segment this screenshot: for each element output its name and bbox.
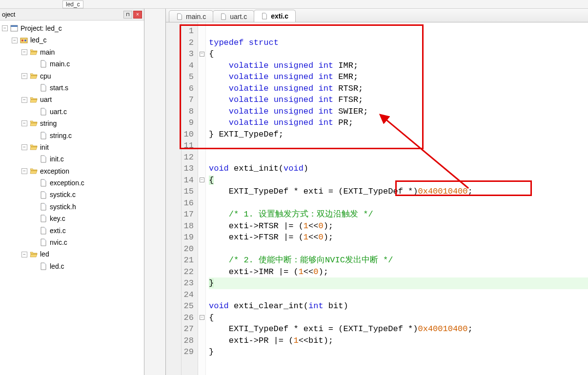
expand-icon[interactable]: −: [21, 49, 27, 55]
code-text[interactable]: typedef struct{ volatile unsigned int IM…: [206, 22, 588, 375]
expand-icon[interactable]: [31, 85, 37, 91]
code-line-28[interactable]: exti->PR |= (1<<bit);: [209, 335, 588, 347]
tab-main-c[interactable]: main.c: [169, 10, 213, 22]
project-root[interactable]: −Project: led_c: [1, 22, 143, 34]
code-line-18[interactable]: exti->RTSR |= (1<<0);: [209, 220, 588, 232]
code-line-15[interactable]: EXTI_TypeDef * exti = (EXTI_TypeDef *)0x…: [209, 186, 588, 197]
expand-icon[interactable]: [31, 204, 37, 210]
file-exti-c[interactable]: exti.c: [1, 225, 143, 237]
expand-icon[interactable]: −: [2, 25, 8, 31]
code-line-26[interactable]: {: [209, 312, 588, 324]
code-line-29[interactable]: }: [209, 346, 588, 358]
expand-icon[interactable]: [31, 192, 37, 198]
tree-label: main.c: [50, 59, 70, 69]
code-editor[interactable]: 1234567891011121314151617181920212223242…: [166, 22, 588, 375]
tree-icon: [39, 155, 48, 163]
project-panel: oject ⊓ × −Project: led_c−led_c−mainmain…: [0, 9, 144, 375]
expand-icon[interactable]: −: [12, 38, 18, 43]
folder-main[interactable]: −main: [1, 46, 143, 58]
close-button[interactable]: ×: [133, 11, 142, 19]
code-line-9[interactable]: volatile unsigned int PR;: [209, 117, 588, 129]
file-systick-c[interactable]: systick.c: [1, 189, 143, 200]
code-line-27[interactable]: EXTI_TypeDef * exti = (EXTI_TypeDef *)0x…: [209, 323, 588, 335]
code-line-25[interactable]: void exti_clear_int(int bit): [209, 300, 588, 312]
code-line-16[interactable]: [209, 197, 588, 209]
code-line-2[interactable]: typedef struct: [209, 37, 588, 49]
fold-toggle[interactable]: −: [200, 315, 204, 320]
code-line-20[interactable]: [209, 243, 588, 255]
code-line-23[interactable]: }: [209, 277, 588, 289]
code-line-5[interactable]: volatile unsigned int EMR;: [209, 71, 588, 83]
folder-led[interactable]: −led: [1, 248, 143, 260]
folder-string[interactable]: −string: [1, 118, 143, 129]
line-number-gutter: 1234567891011121314151617181920212223242…: [182, 22, 198, 375]
code-line-1[interactable]: [209, 25, 588, 37]
expand-icon[interactable]: −: [21, 73, 27, 79]
pin-button[interactable]: ⊓: [123, 11, 132, 19]
expand-icon[interactable]: [31, 180, 37, 186]
fold-column[interactable]: −−−: [198, 22, 206, 375]
file-key-c[interactable]: key.c: [1, 213, 143, 224]
code-line-19[interactable]: exti->FTSR |= (1<<0);: [209, 232, 588, 243]
folder-init[interactable]: −init: [1, 141, 143, 153]
expand-icon[interactable]: [31, 216, 37, 221]
folder-exception[interactable]: −exception: [1, 165, 143, 177]
file-icon: [220, 13, 227, 20]
expand-icon[interactable]: [31, 109, 37, 115]
code-line-13[interactable]: void exti_init(void): [209, 163, 588, 175]
tree-icon: [39, 227, 48, 235]
target-node[interactable]: −led_c: [1, 34, 143, 46]
file-exception-c[interactable]: exception.c: [1, 177, 143, 189]
tree-label: exti.c: [50, 225, 66, 236]
project-tree[interactable]: −Project: led_c−led_c−mainmain.c−cpustar…: [0, 20, 144, 375]
expand-icon[interactable]: [31, 239, 37, 245]
file-string-c[interactable]: string.c: [1, 130, 143, 141]
tree-icon: [29, 251, 38, 258]
tree-label: start.s: [50, 82, 68, 93]
code-line-14[interactable]: {: [209, 175, 588, 186]
file-init-c[interactable]: init.c: [1, 153, 143, 165]
editor-tabs: main.cuart.cexti.c: [166, 9, 588, 22]
folder-uart[interactable]: −uart: [1, 94, 143, 105]
file-nvic-c[interactable]: nvic.c: [1, 237, 143, 248]
expand-icon[interactable]: −: [21, 97, 27, 103]
file-main-c[interactable]: main.c: [1, 58, 143, 70]
expand-icon[interactable]: −: [21, 120, 27, 126]
file-uart-c[interactable]: uart.c: [1, 106, 143, 118]
expand-icon[interactable]: [31, 156, 37, 162]
tab-uart-c[interactable]: uart.c: [213, 10, 254, 22]
tree-icon: [39, 132, 48, 139]
expand-icon[interactable]: [31, 133, 37, 138]
code-line-17[interactable]: /* 1. 设置触发方式：双边沿触发 */: [209, 209, 588, 220]
expand-icon[interactable]: −: [21, 144, 27, 150]
tree-icon: [39, 84, 48, 92]
file-start-s[interactable]: start.s: [1, 82, 143, 94]
tree-icon: [29, 96, 38, 104]
code-line-24[interactable]: [209, 289, 588, 301]
breakpoint-margin[interactable]: [166, 22, 182, 375]
code-line-6[interactable]: volatile unsigned int RTSR;: [209, 83, 588, 95]
expand-icon[interactable]: [31, 228, 37, 234]
expand-icon[interactable]: −: [21, 252, 27, 257]
file-led-c[interactable]: led.c: [1, 260, 143, 272]
code-line-22[interactable]: exti->IMR |= (1<<0);: [209, 266, 588, 278]
expand-icon[interactable]: [31, 61, 37, 67]
code-line-12[interactable]: [209, 152, 588, 163]
code-line-11[interactable]: [209, 140, 588, 152]
folder-cpu[interactable]: −cpu: [1, 70, 143, 82]
code-line-3[interactable]: {: [209, 48, 588, 60]
splitter-gap[interactable]: [144, 9, 166, 375]
file-icon: [176, 13, 183, 20]
code-line-8[interactable]: volatile unsigned int SWIER;: [209, 106, 588, 118]
code-line-21[interactable]: /* 2. 使能中断：能够向NVIC发出中断 */: [209, 255, 588, 266]
expand-icon[interactable]: [31, 263, 37, 269]
code-line-10[interactable]: } EXTI_TypeDef;: [209, 129, 588, 140]
file-systick-h[interactable]: systick.h: [1, 201, 143, 213]
code-line-7[interactable]: volatile unsigned int FTSR;: [209, 94, 588, 106]
fold-toggle[interactable]: −: [200, 178, 204, 182]
detached-tab[interactable]: led_c: [62, 0, 83, 8]
fold-toggle[interactable]: −: [200, 52, 204, 57]
tab-exti-c[interactable]: exti.c: [254, 10, 296, 22]
expand-icon[interactable]: −: [21, 168, 27, 174]
code-line-4[interactable]: volatile unsigned int IMR;: [209, 60, 588, 72]
